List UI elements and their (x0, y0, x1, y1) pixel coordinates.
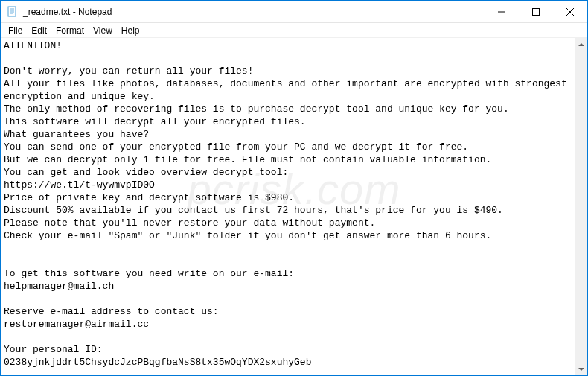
svg-rect-0 (8, 7, 16, 16)
scroll-track[interactable] (575, 51, 587, 363)
menu-format[interactable]: Format (51, 25, 89, 36)
minimize-button[interactable] (485, 1, 519, 22)
text-editor[interactable]: ATTENTION! Don't worry, you can return a… (1, 38, 575, 375)
svg-marker-10 (578, 368, 584, 371)
svg-marker-9 (578, 43, 584, 46)
scroll-up-arrow[interactable] (575, 38, 587, 51)
menu-help[interactable]: Help (117, 25, 144, 36)
notepad-window: _readme.txt - Notepad File Edit Format V… (0, 0, 588, 376)
window-title: _readme.txt - Notepad (23, 7, 485, 17)
window-controls (485, 1, 587, 22)
maximize-button[interactable] (519, 1, 553, 22)
menu-file[interactable]: File (4, 25, 27, 36)
svg-rect-6 (533, 8, 540, 15)
content-area: ATTENTION! Don't worry, you can return a… (1, 38, 587, 375)
notepad-icon (7, 6, 19, 18)
menu-edit[interactable]: Edit (27, 25, 51, 36)
scroll-down-arrow[interactable] (575, 363, 587, 375)
menu-view[interactable]: View (89, 25, 117, 36)
menubar: File Edit Format View Help (1, 23, 587, 38)
titlebar: _readme.txt - Notepad (1, 1, 587, 23)
vertical-scrollbar[interactable] (575, 38, 587, 375)
close-button[interactable] (553, 1, 587, 22)
